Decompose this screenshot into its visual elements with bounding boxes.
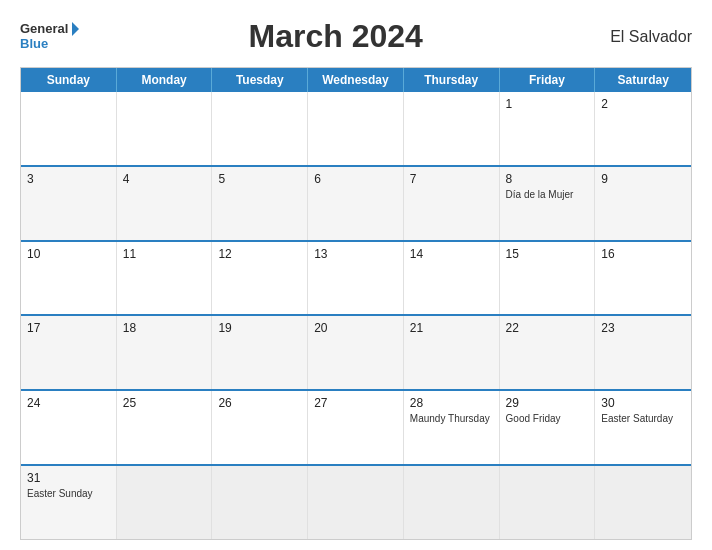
weekday-header: Thursday <box>404 68 500 92</box>
calendar-cell: 24 <box>21 391 117 464</box>
calendar-cell: 30Easter Saturday <box>595 391 691 464</box>
calendar-cell: 27 <box>308 391 404 464</box>
day-number: 19 <box>218 321 301 335</box>
day-number: 28 <box>410 396 493 410</box>
day-number: 14 <box>410 247 493 261</box>
calendar-cell: 25 <box>117 391 213 464</box>
day-event: Good Friday <box>506 412 589 425</box>
weekday-header: Tuesday <box>212 68 308 92</box>
calendar-cell <box>404 92 500 165</box>
calendar-cell: 15 <box>500 242 596 315</box>
calendar-cell: 5 <box>212 167 308 240</box>
calendar: SundayMondayTuesdayWednesdayThursdayFrid… <box>20 67 692 540</box>
page: General Blue March 2024 El Salvador Sund… <box>0 0 712 550</box>
calendar-cell: 21 <box>404 316 500 389</box>
calendar-title: March 2024 <box>79 18 592 55</box>
calendar-row: 12 <box>21 92 691 165</box>
calendar-cell: 23 <box>595 316 691 389</box>
day-event: Easter Saturday <box>601 412 685 425</box>
country-label: El Salvador <box>592 28 692 46</box>
weekday-header: Sunday <box>21 68 117 92</box>
calendar-cell <box>117 92 213 165</box>
calendar-cell <box>500 466 596 539</box>
day-number: 17 <box>27 321 110 335</box>
calendar-cell <box>212 466 308 539</box>
logo-triangle-icon <box>72 22 79 36</box>
calendar-cell: 1 <box>500 92 596 165</box>
day-event: Día de la Mujer <box>506 188 589 201</box>
day-number: 1 <box>506 97 589 111</box>
day-event: Maundy Thursday <box>410 412 493 425</box>
day-number: 22 <box>506 321 589 335</box>
day-number: 20 <box>314 321 397 335</box>
day-number: 21 <box>410 321 493 335</box>
calendar-cell <box>404 466 500 539</box>
logo-general-text: General <box>20 22 68 36</box>
calendar-cell: 26 <box>212 391 308 464</box>
day-number: 30 <box>601 396 685 410</box>
calendar-cell: 22 <box>500 316 596 389</box>
day-number: 18 <box>123 321 206 335</box>
day-event: Easter Sunday <box>27 487 110 500</box>
header: General Blue March 2024 El Salvador <box>20 18 692 55</box>
calendar-row: 31Easter Sunday <box>21 464 691 539</box>
day-number: 8 <box>506 172 589 186</box>
day-number: 16 <box>601 247 685 261</box>
day-number: 7 <box>410 172 493 186</box>
calendar-row: 345678Día de la Mujer9 <box>21 165 691 240</box>
day-number: 31 <box>27 471 110 485</box>
calendar-cell: 19 <box>212 316 308 389</box>
day-number: 5 <box>218 172 301 186</box>
calendar-row: 2425262728Maundy Thursday29Good Friday30… <box>21 389 691 464</box>
calendar-row: 10111213141516 <box>21 240 691 315</box>
weekday-header: Monday <box>117 68 213 92</box>
day-number: 6 <box>314 172 397 186</box>
day-number: 27 <box>314 396 397 410</box>
calendar-cell: 10 <box>21 242 117 315</box>
calendar-cell: 28Maundy Thursday <box>404 391 500 464</box>
calendar-header: SundayMondayTuesdayWednesdayThursdayFrid… <box>21 68 691 92</box>
calendar-cell: 11 <box>117 242 213 315</box>
calendar-cell: 8Día de la Mujer <box>500 167 596 240</box>
calendar-cell <box>595 466 691 539</box>
calendar-cell: 3 <box>21 167 117 240</box>
day-number: 11 <box>123 247 206 261</box>
calendar-cell: 20 <box>308 316 404 389</box>
calendar-cell: 2 <box>595 92 691 165</box>
day-number: 23 <box>601 321 685 335</box>
day-number: 3 <box>27 172 110 186</box>
calendar-cell: 12 <box>212 242 308 315</box>
logo-blue-text: Blue <box>20 37 79 51</box>
calendar-cell: 31Easter Sunday <box>21 466 117 539</box>
logo: General Blue <box>20 22 79 51</box>
calendar-cell <box>308 466 404 539</box>
calendar-cell: 6 <box>308 167 404 240</box>
weekday-header: Saturday <box>595 68 691 92</box>
day-number: 2 <box>601 97 685 111</box>
calendar-body: 12345678Día de la Mujer91011121314151617… <box>21 92 691 539</box>
day-number: 25 <box>123 396 206 410</box>
day-number: 9 <box>601 172 685 186</box>
calendar-cell: 14 <box>404 242 500 315</box>
calendar-cell <box>117 466 213 539</box>
day-number: 24 <box>27 396 110 410</box>
day-number: 12 <box>218 247 301 261</box>
day-number: 29 <box>506 396 589 410</box>
calendar-cell: 4 <box>117 167 213 240</box>
day-number: 13 <box>314 247 397 261</box>
calendar-cell: 7 <box>404 167 500 240</box>
calendar-cell: 13 <box>308 242 404 315</box>
calendar-cell: 9 <box>595 167 691 240</box>
calendar-cell: 18 <box>117 316 213 389</box>
calendar-cell <box>308 92 404 165</box>
calendar-cell <box>21 92 117 165</box>
weekday-header: Friday <box>500 68 596 92</box>
weekday-header: Wednesday <box>308 68 404 92</box>
calendar-cell: 16 <box>595 242 691 315</box>
day-number: 4 <box>123 172 206 186</box>
day-number: 26 <box>218 396 301 410</box>
calendar-cell: 29Good Friday <box>500 391 596 464</box>
day-number: 10 <box>27 247 110 261</box>
calendar-cell: 17 <box>21 316 117 389</box>
calendar-cell <box>212 92 308 165</box>
